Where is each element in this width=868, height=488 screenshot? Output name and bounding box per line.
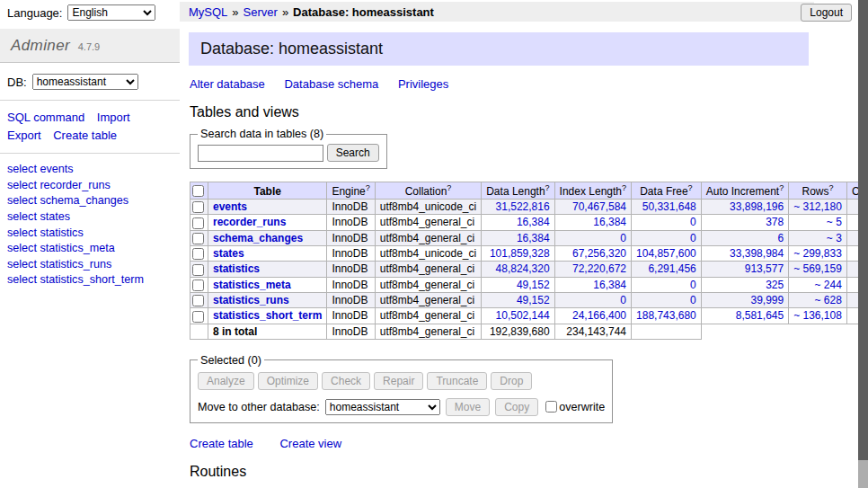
breadcrumb-separator: » (282, 5, 288, 19)
rows-count-link[interactable]: ~ 569,159 (793, 262, 842, 275)
move-row: Move to other database: homeassistant Mo… (198, 398, 605, 416)
rows-cell: ~ 569,159 (789, 262, 847, 277)
row-check-cell (190, 308, 208, 324)
table-row: schema_changes InnoDB utf8mb4_general_ci… (190, 230, 868, 245)
repair-button[interactable]: Repair (374, 372, 423, 390)
rows-count-link[interactable]: ~ 3 (827, 232, 842, 244)
engine-cell: InnoDB (327, 292, 375, 307)
truncate-button[interactable]: Truncate (427, 372, 487, 390)
logout-button[interactable]: Logout (801, 4, 852, 22)
import-link[interactable]: Import (97, 111, 130, 124)
table-row: events InnoDB utf8mb4_unicode_ci 31,522,… (190, 200, 868, 215)
analyze-button[interactable]: Analyze (198, 372, 254, 390)
table-name-link[interactable]: statistics_meta (213, 279, 291, 291)
table-name-link[interactable]: statistics_runs (213, 294, 289, 306)
engine-cell: InnoDB (327, 215, 375, 230)
database-schema-link[interactable]: Database schema (284, 77, 378, 91)
rows-count-link[interactable]: ~ 628 (815, 294, 842, 306)
tables-body: events InnoDB utf8mb4_unicode_ci 31,522,… (190, 200, 868, 324)
privileges-link[interactable]: Privileges (398, 77, 448, 91)
sidebar-table-link[interactable]: select events (7, 162, 173, 178)
sidebar-table-links: select eventsselect recorder_runsselect … (0, 154, 180, 297)
table-name-link[interactable]: recorder_runs (213, 216, 286, 228)
table-create-links: Create table Create view (190, 437, 818, 450)
search-button[interactable]: Search (327, 144, 379, 162)
row-checkbox[interactable] (192, 248, 204, 260)
table-name-link[interactable]: events (213, 200, 247, 213)
vertical-scrollbar[interactable] (858, 0, 868, 488)
adminer-logo[interactable]: Adminer (11, 37, 70, 54)
create-table-link-main[interactable]: Create table (190, 437, 253, 450)
table-name-link[interactable]: statistics_short_term (213, 309, 322, 322)
rows-cell: ~ 136,108 (789, 308, 847, 324)
auto-increment-cell: 33,898,196 (701, 200, 788, 215)
row-check-cell (190, 262, 208, 277)
row-checkbox[interactable] (192, 311, 204, 323)
engine-cell: InnoDB (327, 277, 375, 292)
language-select[interactable]: English (67, 4, 155, 21)
alter-database-link[interactable]: Alter database (190, 77, 265, 91)
sidebar-table-link[interactable]: select schema_changes (7, 193, 173, 209)
total-engine: InnoDB (327, 324, 375, 339)
row-checkbox[interactable] (192, 217, 204, 229)
db-select[interactable]: homeassistant (32, 74, 138, 90)
move-button[interactable]: Move (446, 398, 490, 416)
rows-count-link[interactable]: ~ 136,108 (793, 309, 842, 322)
overwrite-label[interactable]: overwrite (559, 401, 605, 413)
create-table-link[interactable]: Create table (53, 129, 117, 142)
row-checkbox[interactable] (192, 233, 204, 244)
overwrite-checkbox[interactable] (545, 401, 557, 413)
breadcrumb-mysql-link[interactable]: MySQL (189, 5, 227, 19)
data-length-cell: 10,502,144 (482, 308, 554, 324)
row-check-cell (190, 245, 208, 261)
sql-command-link[interactable]: SQL command (7, 111, 84, 124)
selected-legend: Selected (0) (198, 354, 264, 367)
move-db-select[interactable]: homeassistant (325, 399, 440, 415)
rows-count-link[interactable]: ~ 312,180 (793, 200, 842, 213)
breadcrumb-server-link[interactable]: Server (244, 5, 278, 19)
copy-button[interactable]: Copy (495, 398, 538, 416)
scrollbar-thumb[interactable] (858, 0, 868, 460)
export-link[interactable]: Export (7, 129, 41, 142)
data-free-cell: 188,743,680 (632, 308, 702, 324)
select-all-cell (190, 182, 208, 200)
database-actions: Alter database Database schema Privilege… (190, 77, 818, 91)
total-index-length: 234,143,744 (554, 324, 631, 339)
adminer-app: Language: English MySQL » Server » Datab… (0, 0, 868, 488)
table-name-link[interactable]: schema_changes (213, 232, 303, 244)
rows-count-link[interactable]: ~ 5 (827, 216, 842, 228)
drop-button[interactable]: Drop (491, 372, 532, 390)
table-row: recorder_runs InnoDB utf8mb4_general_ci … (190, 215, 868, 230)
table-name-link[interactable]: statistics (213, 262, 260, 275)
total-empty-area (701, 324, 868, 339)
sidebar-table-link[interactable]: select states (7, 209, 173, 226)
optimize-button[interactable]: Optimize (258, 372, 318, 390)
data-free-cell: 0 (632, 277, 702, 292)
index-length-cell: 24,166,400 (554, 308, 631, 324)
table-row: statistics_runs InnoDB utf8mb4_general_c… (190, 292, 868, 307)
data-length-cell: 31,522,816 (482, 200, 554, 215)
rows-count-link[interactable]: ~ 244 (815, 279, 842, 291)
rows-count-link[interactable]: ~ 299,833 (793, 247, 842, 260)
search-input[interactable] (198, 145, 323, 162)
data-free-cell: 6,291,456 (632, 262, 702, 277)
collation-cell: utf8mb4_general_ci (375, 277, 481, 292)
select-all-checkbox[interactable] (192, 185, 204, 197)
table-name-cell: states (208, 245, 327, 261)
sidebar-table-link[interactable]: select statistics_meta (7, 241, 173, 257)
table-name-link[interactable]: states (213, 247, 244, 260)
data-length-cell: 101,859,328 (482, 245, 554, 261)
sidebar-table-link[interactable]: select recorder_runs (7, 178, 173, 194)
engine-cell: InnoDB (327, 262, 375, 277)
check-button[interactable]: Check (322, 372, 370, 390)
rows-cell: ~ 5 (789, 215, 847, 230)
sidebar-table-link[interactable]: select statistics_short_term (7, 272, 173, 288)
row-checkbox[interactable] (192, 264, 204, 276)
row-checkbox[interactable] (192, 201, 204, 213)
create-view-link[interactable]: Create view (279, 437, 341, 450)
row-checkbox[interactable] (192, 279, 204, 291)
rows-cell: ~ 244 (789, 277, 847, 292)
sidebar-table-link[interactable]: select statistics (7, 226, 173, 242)
row-checkbox[interactable] (192, 295, 204, 306)
sidebar-table-link[interactable]: select statistics_runs (7, 257, 173, 273)
